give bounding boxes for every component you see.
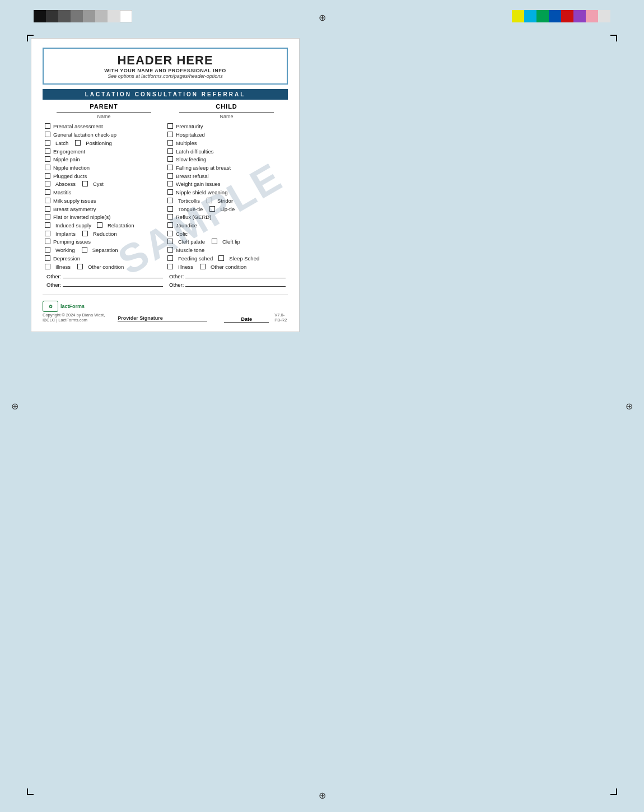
child-item-latch-difficulties[interactable]: Latch difficulties — [167, 148, 286, 156]
checkbox-reduction[interactable] — [82, 231, 88, 236]
checkbox-pumping[interactable] — [45, 239, 50, 244]
checkbox-abscess[interactable] — [45, 181, 50, 186]
parent-name-underline — [57, 112, 151, 113]
checkbox-cleft-lip[interactable] — [212, 239, 217, 244]
checkbox-jaundice[interactable] — [167, 222, 173, 228]
copyright-text: Copyright © 2024 by Diana West, IBCLC | … — [43, 312, 106, 323]
parent-item-breast-asymmetry[interactable]: Breast asymmetry — [45, 206, 163, 214]
child-item-reflux[interactable]: Reflux (GERD) — [167, 213, 286, 222]
checkbox-implants[interactable] — [45, 231, 50, 236]
checkbox-cyst[interactable] — [82, 181, 88, 186]
checkbox-prematurity[interactable] — [167, 123, 173, 129]
checkbox-latch-diff[interactable] — [167, 148, 173, 154]
child-item-nipple-shield[interactable]: Nipple shield weaning — [167, 189, 286, 197]
color-bar-left — [34, 10, 132, 22]
parent-item-mastitis[interactable]: Mastitis — [45, 189, 163, 197]
parent-item-abscess-cyst[interactable]: Abscess Cyst — [45, 180, 163, 189]
checkbox-latch[interactable] — [45, 140, 50, 146]
checkbox-weight-gain[interactable] — [167, 181, 173, 186]
child-item-hospitalized[interactable]: Hospitalized — [167, 131, 286, 139]
checkbox-flat-nipple[interactable] — [45, 214, 50, 220]
checkbox-general[interactable] — [45, 132, 50, 137]
header-sub-link: See options at lactforms.com/pages/heade… — [50, 73, 280, 79]
parent-item-implants-reduction[interactable]: Implants Reduction — [45, 230, 163, 239]
checkbox-tongue-tie[interactable] — [167, 206, 173, 212]
parent-item-prenatal[interactable]: Prenatal assessment — [45, 123, 163, 131]
parent-item-plugged-ducts[interactable]: Plugged ducts — [45, 172, 163, 181]
checkbox-lip-tie[interactable] — [209, 206, 215, 212]
child-item-multiples[interactable]: Multiples — [167, 139, 286, 148]
checkbox-colic[interactable] — [167, 231, 173, 236]
parent-item-nipple-infection[interactable]: Nipple infection — [45, 164, 163, 172]
parent-item-general[interactable]: General lactation check-up — [45, 131, 163, 139]
checkbox-child-other-cond[interactable] — [200, 264, 206, 269]
checkbox-parent-illness[interactable] — [45, 264, 50, 269]
checkbox-breast-asymmetry[interactable] — [45, 206, 50, 212]
sig-col: ✿ lactForms Copyright © 2024 by Diana We… — [43, 298, 106, 323]
child-other-2: Other: — [167, 282, 286, 288]
parent-item-milk-supply[interactable]: Milk supply issues — [45, 197, 163, 206]
checkbox-hospitalized[interactable] — [167, 132, 173, 137]
child-name-label: Name — [167, 114, 286, 120]
checkbox-plugged-ducts[interactable] — [45, 173, 50, 179]
child-item-tongue-lip-tie[interactable]: Tongue-tie Lip-tie — [167, 206, 286, 214]
parent-item-working-separation[interactable]: Working Separation — [45, 246, 163, 255]
checkbox-positioning[interactable] — [75, 140, 81, 146]
checkbox-torticollis[interactable] — [167, 198, 173, 203]
child-item-falling-asleep[interactable]: Falling asleep at breast — [167, 164, 286, 172]
checkbox-slow-feeding[interactable] — [167, 156, 173, 162]
color-swatch-vlt-gray — [108, 10, 120, 22]
child-item-weight-gain[interactable]: Weight gain issues — [167, 180, 286, 189]
checkbox-working[interactable] — [45, 247, 50, 253]
parent-item-depression[interactable]: Depression — [45, 255, 163, 263]
checkbox-nipple-pain[interactable] — [45, 156, 50, 162]
checkbox-child-illness[interactable] — [167, 264, 173, 269]
child-item-slow-feeding[interactable]: Slow feeding — [167, 156, 286, 164]
checkbox-separation[interactable] — [82, 247, 87, 253]
checkbox-prenatal[interactable] — [45, 123, 50, 129]
checkbox-muscle-tone[interactable] — [167, 247, 173, 253]
child-item-feeding-sleep-sched[interactable]: Feeding sched Sleep Sched — [167, 255, 286, 263]
header-big-title: HEADER HERE — [50, 53, 280, 68]
checkbox-engorgement[interactable] — [45, 148, 50, 154]
parent-item-flat-nipple[interactable]: Flat or inverted nipple(s) — [45, 213, 163, 222]
child-item-torticollis-stridor[interactable]: Torticollis Stridor — [167, 197, 286, 206]
corner-mark-bl — [27, 788, 34, 795]
checkbox-induced[interactable] — [45, 222, 50, 228]
checkbox-multiples[interactable] — [167, 140, 173, 146]
checkbox-depression[interactable] — [45, 255, 50, 261]
child-item-colic[interactable]: Colic — [167, 230, 286, 239]
color-swatch-pink — [586, 10, 598, 22]
checkbox-breast-refusal[interactable] — [167, 173, 173, 179]
parent-other-2: Other: — [45, 282, 163, 288]
color-swatch-white — [120, 10, 132, 22]
parent-item-pumping[interactable]: Pumping issues — [45, 238, 163, 246]
parent-item-illness-other[interactable]: Illness Other condition — [45, 263, 163, 272]
checkbox-parent-other-cond[interactable] — [77, 264, 83, 269]
parent-item-latch-positioning[interactable]: Latch Positioning — [45, 139, 163, 148]
checkbox-milk-supply[interactable] — [45, 198, 50, 203]
child-item-breast-refusal[interactable]: Breast refusal — [167, 172, 286, 181]
parent-item-engorgement[interactable]: Engorgement — [45, 148, 163, 156]
child-item-cleft[interactable]: Cleft palate Cleft lip — [167, 238, 286, 246]
checkbox-nipple-shield[interactable] — [167, 189, 173, 195]
parent-column: PARENT Name Prenatal assessment General … — [43, 102, 165, 288]
checkbox-feeding-sched[interactable] — [167, 255, 173, 261]
child-item-prematurity[interactable]: Prematurity — [167, 123, 286, 131]
date-label: Date — [224, 316, 269, 322]
lact-forms-logo: ✿ lactForms — [43, 301, 106, 312]
checkbox-mastitis[interactable] — [45, 189, 50, 195]
child-item-illness-other[interactable]: Illness Other condition — [167, 263, 286, 272]
checkbox-reflux[interactable] — [167, 214, 173, 220]
checkbox-sleep-sched[interactable] — [218, 255, 224, 261]
checkbox-relactation[interactable] — [97, 222, 102, 228]
parent-item-induced-relactation[interactable]: Induced supply Relactation — [45, 222, 163, 230]
checkbox-cleft-palate[interactable] — [167, 239, 173, 244]
parent-other2-line — [63, 286, 163, 287]
child-item-jaundice[interactable]: Jaundice — [167, 222, 286, 230]
checkbox-nipple-infection[interactable] — [45, 165, 50, 170]
child-item-muscle-tone[interactable]: Muscle tone — [167, 246, 286, 255]
parent-item-nipple-pain[interactable]: Nipple pain — [45, 156, 163, 164]
checkbox-stridor[interactable] — [207, 198, 212, 203]
checkbox-falling-asleep[interactable] — [167, 165, 173, 170]
